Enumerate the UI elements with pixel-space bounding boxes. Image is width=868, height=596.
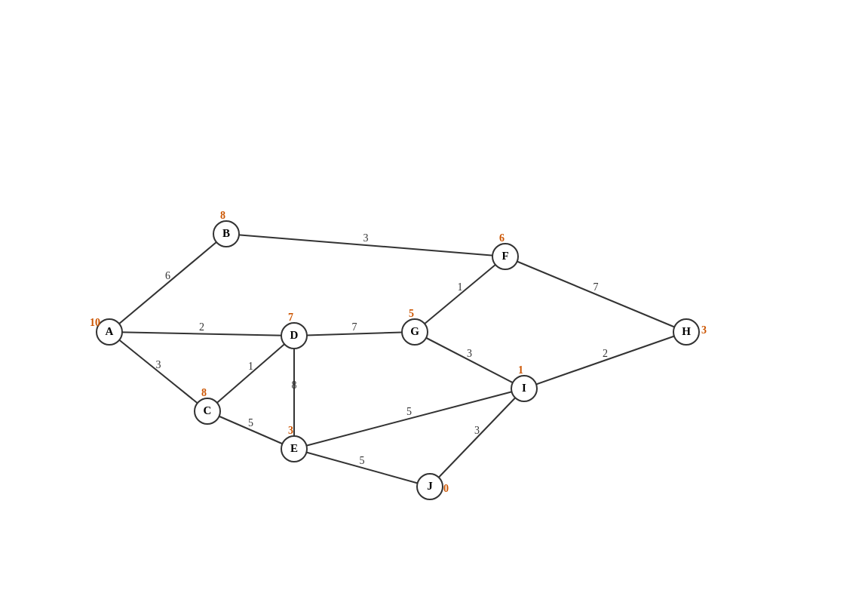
svg-line-14 bbox=[294, 332, 415, 336]
svg-text:7: 7 bbox=[593, 281, 599, 293]
svg-text:3: 3 bbox=[474, 425, 480, 436]
sub-item-c bbox=[53, 60, 845, 81]
hval-e: 3 bbox=[288, 425, 293, 437]
svg-text:2: 2 bbox=[199, 321, 204, 332]
svg-text:6: 6 bbox=[165, 270, 170, 281]
svg-text:7: 7 bbox=[352, 321, 357, 332]
svg-text:1: 1 bbox=[248, 361, 253, 372]
svg-line-20 bbox=[505, 257, 686, 332]
svg-line-28 bbox=[294, 389, 524, 449]
svg-text:5: 5 bbox=[248, 417, 253, 429]
svg-text:5: 5 bbox=[406, 406, 412, 417]
hval-i: 1 bbox=[518, 364, 523, 376]
svg-line-0 bbox=[109, 234, 226, 332]
svg-line-24 bbox=[524, 332, 686, 389]
node-j: J bbox=[416, 473, 443, 500]
hval-d: 7 bbox=[288, 312, 293, 324]
svg-line-8 bbox=[207, 336, 294, 411]
svg-line-26 bbox=[430, 389, 524, 487]
hval-a: 10 bbox=[90, 317, 100, 329]
sub-item-d bbox=[53, 81, 845, 102]
graph-container: 623315875173235 A10B8C8D7E3F6G5H3I1J0 bbox=[45, 117, 769, 517]
sub-item-a bbox=[53, 20, 845, 40]
svg-text:8: 8 bbox=[292, 379, 297, 391]
node-g: G bbox=[401, 318, 428, 346]
graph-svg: 623315875173235 bbox=[45, 117, 769, 517]
svg-text:5: 5 bbox=[360, 455, 365, 466]
node-b: B bbox=[213, 220, 240, 247]
svg-line-2 bbox=[109, 332, 294, 336]
hval-h: 3 bbox=[701, 324, 707, 336]
node-i: I bbox=[511, 375, 538, 402]
hval-g: 5 bbox=[409, 308, 414, 320]
hval-b: 8 bbox=[220, 210, 225, 222]
node-c: C bbox=[194, 398, 221, 425]
svg-line-22 bbox=[415, 332, 524, 389]
node-d: D bbox=[281, 322, 308, 349]
svg-line-18 bbox=[415, 257, 505, 332]
sub-item-b bbox=[53, 40, 845, 60]
svg-text:3: 3 bbox=[467, 347, 472, 358]
svg-text:2: 2 bbox=[603, 347, 608, 358]
sub-items-list bbox=[53, 20, 845, 102]
svg-text:3: 3 bbox=[363, 232, 369, 244]
hval-c: 8 bbox=[201, 387, 207, 399]
svg-text:3: 3 bbox=[156, 358, 161, 370]
hval-f: 6 bbox=[499, 232, 505, 244]
hval-j: 0 bbox=[443, 483, 449, 495]
node-h: H bbox=[673, 318, 700, 346]
node-e: E bbox=[281, 435, 308, 462]
svg-text:1: 1 bbox=[458, 281, 463, 293]
svg-line-4 bbox=[109, 332, 207, 411]
node-f: F bbox=[492, 243, 519, 270]
